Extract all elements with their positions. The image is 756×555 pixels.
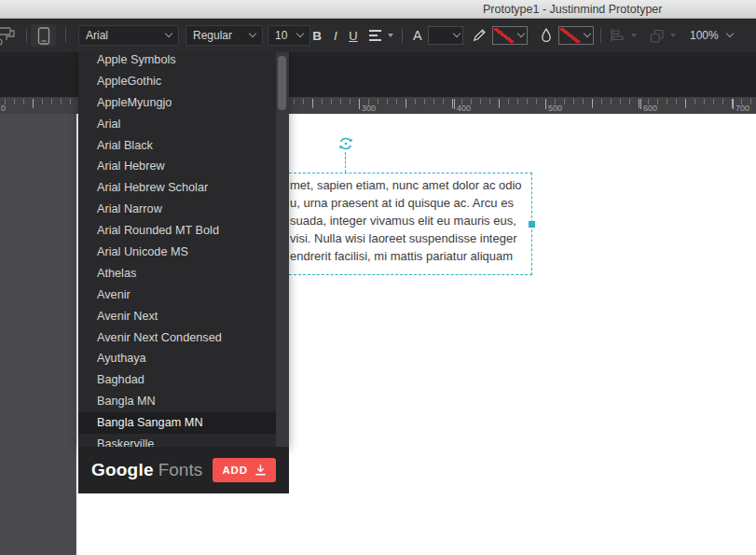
text-align-button[interactable] bbox=[369, 25, 393, 46]
ruler-major-tick bbox=[359, 99, 360, 109]
add-fonts-button[interactable]: ADD bbox=[213, 458, 276, 482]
font-color-button[interactable]: A bbox=[413, 25, 463, 46]
zoom-control[interactable]: 100% bbox=[690, 25, 733, 46]
caret-down-icon bbox=[631, 34, 637, 37]
font-option[interactable]: Arial Narrow bbox=[78, 199, 276, 220]
font-family-select[interactable]: Arial bbox=[78, 25, 179, 46]
separator bbox=[600, 28, 601, 43]
fill-color-button[interactable] bbox=[540, 25, 594, 46]
arrange-layers-icon bbox=[650, 29, 665, 43]
font-family-value: Arial bbox=[86, 29, 108, 42]
resize-handle[interactable] bbox=[529, 221, 535, 228]
ruler-label: 400 bbox=[457, 104, 471, 113]
arrange-button-disabled bbox=[650, 25, 676, 46]
font-option[interactable]: Apple Symbols bbox=[78, 49, 276, 71]
font-size-value: 10 bbox=[275, 29, 287, 42]
chevron-down-icon bbox=[165, 30, 172, 37]
font-option[interactable]: Avenir Next bbox=[78, 306, 276, 327]
pencil-icon bbox=[472, 28, 487, 43]
zoom-value: 100% bbox=[690, 29, 719, 42]
stroke-color-swatch bbox=[492, 26, 528, 45]
align-objects-button-disabled bbox=[611, 25, 637, 46]
no-color-slash-icon bbox=[560, 28, 580, 43]
font-dropdown: Apple SymbolsAppleGothicAppleMyungjoAria… bbox=[78, 49, 289, 447]
font-option[interactable]: Avenir bbox=[78, 284, 276, 306]
ruler-label: 600 bbox=[643, 104, 657, 113]
ruler-major-tick bbox=[640, 99, 641, 109]
rotate-handle-icon[interactable] bbox=[337, 134, 355, 153]
caret-down-icon bbox=[670, 34, 676, 37]
font-color-swatch bbox=[428, 26, 463, 45]
font-option[interactable]: Arial Unicode MS bbox=[78, 242, 276, 263]
ruler-major-tick bbox=[454, 99, 455, 109]
font-option[interactable]: Ayuthaya bbox=[78, 348, 276, 369]
font-option[interactable]: Arial Black bbox=[78, 135, 276, 157]
separator bbox=[26, 28, 27, 43]
fill-color-swatch bbox=[558, 26, 594, 45]
font-option[interactable]: Arial bbox=[78, 114, 276, 135]
separator bbox=[402, 28, 403, 43]
text-widget-selection[interactable] bbox=[289, 173, 532, 275]
font-option[interactable]: Arial Hebrew Scholar bbox=[78, 177, 276, 199]
chevron-down-icon bbox=[296, 30, 304, 37]
font-size-select[interactable]: 10 bbox=[268, 25, 310, 46]
ruler-major-tick bbox=[545, 99, 546, 109]
bold-button[interactable]: B bbox=[309, 25, 325, 46]
google-fonts-logo: Google bbox=[91, 460, 154, 480]
ruler-label: 300 bbox=[362, 104, 376, 113]
droplet-icon bbox=[540, 28, 553, 44]
scrollbar-track[interactable] bbox=[276, 49, 289, 447]
chevron-down-icon bbox=[584, 30, 591, 37]
window-title: Prototype1 - Justinmind Prototyper bbox=[483, 0, 662, 19]
chevron-down-icon bbox=[517, 30, 525, 37]
pasteboard bbox=[0, 114, 76, 555]
font-option[interactable]: Bangla MN bbox=[78, 391, 276, 412]
rotate-connector-line bbox=[345, 152, 346, 173]
font-style-value: Regular bbox=[193, 29, 232, 42]
separator bbox=[65, 28, 66, 43]
font-option[interactable]: Baghdad bbox=[78, 369, 276, 391]
font-list-items: Apple SymbolsAppleGothicAppleMyungjoAria… bbox=[78, 49, 289, 447]
font-option[interactable]: Baskerville bbox=[78, 434, 276, 447]
font-option[interactable]: AppleGothic bbox=[78, 71, 276, 92]
ruler-label: 700 bbox=[735, 104, 749, 113]
underline-button[interactable]: U bbox=[346, 25, 361, 46]
font-option[interactable]: Avenir Next Condensed bbox=[78, 327, 276, 349]
titlebar: Prototype1 - Justinmind Prototyper bbox=[0, 0, 756, 19]
align-objects-icon bbox=[611, 29, 625, 42]
device-button[interactable] bbox=[31, 24, 56, 47]
font-option[interactable]: Athelas bbox=[78, 263, 276, 284]
font-option[interactable]: Bangla Sangam MN bbox=[78, 412, 276, 434]
download-icon bbox=[254, 465, 267, 476]
italic-button[interactable]: I bbox=[329, 25, 342, 46]
ruler-major-tick bbox=[733, 99, 734, 109]
toolbar: Arial Regular 10 B I U A bbox=[0, 19, 756, 52]
google-fonts-footer: Google Fonts ADD bbox=[78, 447, 289, 493]
ruler-origin-label: 0 bbox=[1, 104, 6, 113]
ruler-label: 500 bbox=[548, 104, 562, 113]
font-option[interactable]: Arial Hebrew bbox=[78, 156, 276, 177]
font-option[interactable]: Arial Rounded MT Bold bbox=[78, 220, 276, 242]
chevron-down-icon bbox=[725, 30, 733, 37]
caret-down-icon bbox=[388, 34, 393, 37]
font-color-letter: A bbox=[413, 28, 422, 43]
scrollbar-thumb[interactable] bbox=[278, 56, 286, 110]
no-color-slash-icon bbox=[494, 28, 514, 43]
font-style-select[interactable]: Regular bbox=[186, 25, 263, 46]
stroke-color-button[interactable] bbox=[472, 25, 528, 46]
format-painter-icon[interactable] bbox=[0, 26, 21, 47]
chevron-down-icon bbox=[249, 30, 256, 37]
font-option[interactable]: AppleMyungjo bbox=[78, 92, 276, 114]
align-left-icon bbox=[369, 30, 382, 41]
phone-icon bbox=[37, 27, 50, 45]
chevron-down-icon bbox=[452, 30, 460, 37]
